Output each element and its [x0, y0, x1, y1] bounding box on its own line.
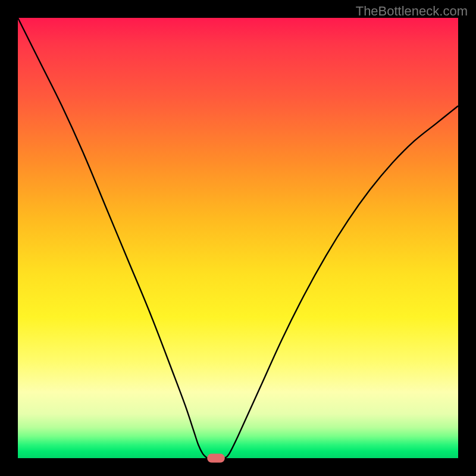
watermark-text: TheBottleneck.com [356, 4, 468, 19]
chart-frame: TheBottleneck.com [0, 0, 476, 476]
left-curve [18, 18, 207, 458]
bottleneck-marker [207, 454, 225, 463]
curve-layer [18, 18, 458, 458]
right-curve [225, 106, 458, 458]
